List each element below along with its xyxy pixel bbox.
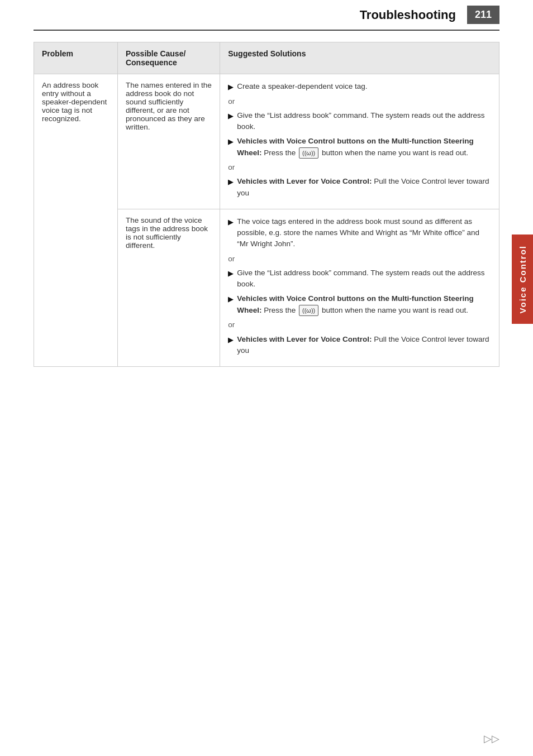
bullet-text: Create a speaker-dependent voice tag. — [237, 81, 491, 92]
bullet-text: Give the “List address book” command. Th… — [237, 267, 491, 290]
main-content: Problem Possible Cause/ Consequence Sugg… — [34, 42, 499, 367]
bullet-bold-label: Vehicles with Lever for Voice Control: — [237, 335, 372, 343]
bullet-bold-text: Vehicles with Lever for Voice Control: P… — [237, 334, 491, 357]
col-header-problem: Problem — [34, 42, 118, 74]
troubleshoot-table: Problem Possible Cause/ Consequence Sugg… — [34, 42, 499, 367]
bullet-arrow-icon: ▶ — [228, 217, 234, 228]
solution-cell: ▶The voice tags entered in the address b… — [220, 209, 499, 366]
solution-bullet-bold: ▶Vehicles with Lever for Voice Control: … — [228, 334, 491, 357]
page-title: Troubleshooting — [360, 8, 456, 22]
solution-or: or — [228, 96, 491, 107]
col-header-solution: Suggested Solutions — [220, 42, 499, 74]
bullet-text: The voice tags entered in the address bo… — [237, 216, 491, 250]
bullet-arrow-icon: ▶ — [228, 136, 234, 147]
solution-cell: ▶Create a speaker-dependent voice tag.or… — [220, 74, 499, 209]
bottom-nav-symbol: ▷▷ — [484, 733, 499, 744]
bullet-bold-text: Vehicles with Voice Control buttons on t… — [237, 293, 491, 316]
table-header-row: Problem Possible Cause/ Consequence Sugg… — [34, 42, 499, 74]
bullet-arrow-icon: ▶ — [228, 294, 234, 305]
bullet-arrow-icon: ▶ — [228, 111, 234, 122]
side-tab-label: Voice Control — [518, 245, 527, 313]
bullet-arrow-icon: ▶ — [228, 176, 234, 188]
bullet-bold-text: Vehicles with Voice Control buttons on t… — [237, 136, 491, 159]
voice-button-icon: ((ω)) — [299, 147, 318, 159]
bullet-bold-label: Vehicles with Voice Control buttons on t… — [237, 137, 474, 156]
problem-cell: An address book entry without a speaker-… — [34, 74, 118, 367]
bullet-arrow-icon: ▶ — [228, 82, 234, 93]
bullet-arrow-icon: ▶ — [228, 334, 234, 346]
page-header: Troubleshooting 211 — [34, 0, 499, 31]
voice-button-icon: ((ω)) — [299, 305, 318, 317]
solution-bullet: ▶Create a speaker-dependent voice tag. — [228, 81, 491, 93]
cause-cell: The names entered in the address book do… — [117, 74, 220, 209]
solution-or: or — [228, 253, 491, 265]
solution-bullet-bold: ▶Vehicles with Voice Control buttons on … — [228, 136, 491, 159]
solution-bullet-bold: ▶Vehicles with Voice Control buttons on … — [228, 293, 491, 316]
page-number: 211 — [467, 6, 499, 24]
bullet-text: Give the “List address book” command. Th… — [237, 110, 491, 133]
solution-bullet: ▶Give the “List address book” command. T… — [228, 110, 491, 133]
side-tab: Voice Control — [512, 235, 533, 324]
table-row: An address book entry without a speaker-… — [34, 74, 499, 209]
bullet-arrow-icon: ▶ — [228, 268, 234, 279]
solution-or: or — [228, 319, 491, 331]
bullet-bold-label: Vehicles with Voice Control buttons on t… — [237, 294, 474, 314]
bottom-nav: ▷▷ — [484, 733, 499, 745]
solution-bullet: ▶The voice tags entered in the address b… — [228, 216, 491, 250]
solution-bullet-bold: ▶Vehicles with Lever for Voice Control: … — [228, 176, 491, 199]
bullet-bold-text: Vehicles with Lever for Voice Control: P… — [237, 176, 491, 199]
solution-bullet: ▶Give the “List address book” command. T… — [228, 267, 491, 290]
solution-or: or — [228, 162, 491, 173]
col-header-cause: Possible Cause/ Consequence — [117, 42, 220, 74]
cause-cell: The sound of the voice tags in the addre… — [117, 209, 220, 366]
bullet-bold-label: Vehicles with Lever for Voice Control: — [237, 177, 372, 185]
